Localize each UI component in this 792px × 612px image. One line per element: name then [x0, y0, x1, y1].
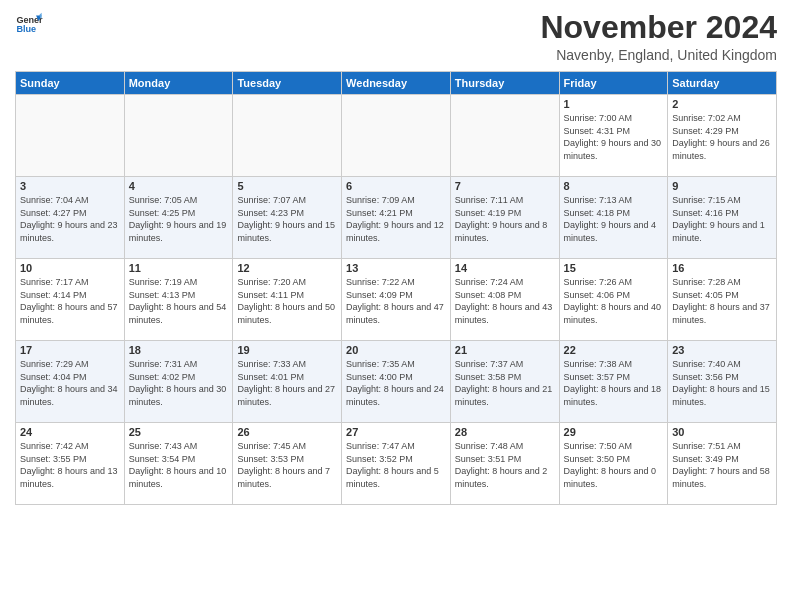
day-cell: 17Sunrise: 7:29 AM Sunset: 4:04 PM Dayli…: [16, 341, 125, 423]
day-cell: 26Sunrise: 7:45 AM Sunset: 3:53 PM Dayli…: [233, 423, 342, 505]
day-number: 11: [129, 262, 229, 274]
day-cell: 19Sunrise: 7:33 AM Sunset: 4:01 PM Dayli…: [233, 341, 342, 423]
day-cell: [450, 95, 559, 177]
day-cell: 2Sunrise: 7:02 AM Sunset: 4:29 PM Daylig…: [668, 95, 777, 177]
day-cell: [16, 95, 125, 177]
day-cell: 11Sunrise: 7:19 AM Sunset: 4:13 PM Dayli…: [124, 259, 233, 341]
day-number: 19: [237, 344, 337, 356]
day-number: 10: [20, 262, 120, 274]
day-number: 9: [672, 180, 772, 192]
col-thursday: Thursday: [450, 72, 559, 95]
day-info: Sunrise: 7:40 AM Sunset: 3:56 PM Dayligh…: [672, 358, 772, 408]
day-info: Sunrise: 7:45 AM Sunset: 3:53 PM Dayligh…: [237, 440, 337, 490]
day-number: 23: [672, 344, 772, 356]
day-number: 29: [564, 426, 664, 438]
calendar-table: Sunday Monday Tuesday Wednesday Thursday…: [15, 71, 777, 505]
day-info: Sunrise: 7:37 AM Sunset: 3:58 PM Dayligh…: [455, 358, 555, 408]
week-row-3: 10Sunrise: 7:17 AM Sunset: 4:14 PM Dayli…: [16, 259, 777, 341]
day-number: 17: [20, 344, 120, 356]
day-cell: [342, 95, 451, 177]
day-info: Sunrise: 7:38 AM Sunset: 3:57 PM Dayligh…: [564, 358, 664, 408]
day-info: Sunrise: 7:11 AM Sunset: 4:19 PM Dayligh…: [455, 194, 555, 244]
col-tuesday: Tuesday: [233, 72, 342, 95]
day-number: 3: [20, 180, 120, 192]
day-cell: 24Sunrise: 7:42 AM Sunset: 3:55 PM Dayli…: [16, 423, 125, 505]
day-number: 15: [564, 262, 664, 274]
day-number: 8: [564, 180, 664, 192]
week-row-5: 24Sunrise: 7:42 AM Sunset: 3:55 PM Dayli…: [16, 423, 777, 505]
calendar-body: 1Sunrise: 7:00 AM Sunset: 4:31 PM Daylig…: [16, 95, 777, 505]
day-info: Sunrise: 7:28 AM Sunset: 4:05 PM Dayligh…: [672, 276, 772, 326]
day-info: Sunrise: 7:20 AM Sunset: 4:11 PM Dayligh…: [237, 276, 337, 326]
day-info: Sunrise: 7:15 AM Sunset: 4:16 PM Dayligh…: [672, 194, 772, 244]
week-row-2: 3Sunrise: 7:04 AM Sunset: 4:27 PM Daylig…: [16, 177, 777, 259]
location: Navenby, England, United Kingdom: [540, 47, 777, 63]
day-cell: 28Sunrise: 7:48 AM Sunset: 3:51 PM Dayli…: [450, 423, 559, 505]
day-cell: 6Sunrise: 7:09 AM Sunset: 4:21 PM Daylig…: [342, 177, 451, 259]
month-title: November 2024: [540, 10, 777, 45]
day-cell: 25Sunrise: 7:43 AM Sunset: 3:54 PM Dayli…: [124, 423, 233, 505]
day-info: Sunrise: 7:07 AM Sunset: 4:23 PM Dayligh…: [237, 194, 337, 244]
day-cell: [124, 95, 233, 177]
day-cell: 30Sunrise: 7:51 AM Sunset: 3:49 PM Dayli…: [668, 423, 777, 505]
day-number: 21: [455, 344, 555, 356]
day-info: Sunrise: 7:43 AM Sunset: 3:54 PM Dayligh…: [129, 440, 229, 490]
day-number: 24: [20, 426, 120, 438]
day-number: 28: [455, 426, 555, 438]
day-info: Sunrise: 7:26 AM Sunset: 4:06 PM Dayligh…: [564, 276, 664, 326]
day-number: 1: [564, 98, 664, 110]
day-number: 18: [129, 344, 229, 356]
day-cell: 10Sunrise: 7:17 AM Sunset: 4:14 PM Dayli…: [16, 259, 125, 341]
day-number: 13: [346, 262, 446, 274]
day-number: 14: [455, 262, 555, 274]
day-cell: 8Sunrise: 7:13 AM Sunset: 4:18 PM Daylig…: [559, 177, 668, 259]
day-cell: 27Sunrise: 7:47 AM Sunset: 3:52 PM Dayli…: [342, 423, 451, 505]
day-info: Sunrise: 7:33 AM Sunset: 4:01 PM Dayligh…: [237, 358, 337, 408]
day-cell: 16Sunrise: 7:28 AM Sunset: 4:05 PM Dayli…: [668, 259, 777, 341]
day-info: Sunrise: 7:47 AM Sunset: 3:52 PM Dayligh…: [346, 440, 446, 490]
day-cell: 12Sunrise: 7:20 AM Sunset: 4:11 PM Dayli…: [233, 259, 342, 341]
day-info: Sunrise: 7:05 AM Sunset: 4:25 PM Dayligh…: [129, 194, 229, 244]
day-number: 20: [346, 344, 446, 356]
day-info: Sunrise: 7:04 AM Sunset: 4:27 PM Dayligh…: [20, 194, 120, 244]
day-cell: 13Sunrise: 7:22 AM Sunset: 4:09 PM Dayli…: [342, 259, 451, 341]
day-cell: 7Sunrise: 7:11 AM Sunset: 4:19 PM Daylig…: [450, 177, 559, 259]
day-info: Sunrise: 7:50 AM Sunset: 3:50 PM Dayligh…: [564, 440, 664, 490]
day-cell: 14Sunrise: 7:24 AM Sunset: 4:08 PM Dayli…: [450, 259, 559, 341]
week-row-1: 1Sunrise: 7:00 AM Sunset: 4:31 PM Daylig…: [16, 95, 777, 177]
day-info: Sunrise: 7:35 AM Sunset: 4:00 PM Dayligh…: [346, 358, 446, 408]
col-friday: Friday: [559, 72, 668, 95]
day-info: Sunrise: 7:29 AM Sunset: 4:04 PM Dayligh…: [20, 358, 120, 408]
day-cell: 18Sunrise: 7:31 AM Sunset: 4:02 PM Dayli…: [124, 341, 233, 423]
day-info: Sunrise: 7:24 AM Sunset: 4:08 PM Dayligh…: [455, 276, 555, 326]
day-cell: 21Sunrise: 7:37 AM Sunset: 3:58 PM Dayli…: [450, 341, 559, 423]
day-info: Sunrise: 7:00 AM Sunset: 4:31 PM Dayligh…: [564, 112, 664, 162]
day-cell: 3Sunrise: 7:04 AM Sunset: 4:27 PM Daylig…: [16, 177, 125, 259]
col-sunday: Sunday: [16, 72, 125, 95]
day-number: 30: [672, 426, 772, 438]
header-row: Sunday Monday Tuesday Wednesday Thursday…: [16, 72, 777, 95]
day-number: 2: [672, 98, 772, 110]
day-info: Sunrise: 7:48 AM Sunset: 3:51 PM Dayligh…: [455, 440, 555, 490]
day-cell: 9Sunrise: 7:15 AM Sunset: 4:16 PM Daylig…: [668, 177, 777, 259]
day-info: Sunrise: 7:22 AM Sunset: 4:09 PM Dayligh…: [346, 276, 446, 326]
day-number: 12: [237, 262, 337, 274]
day-cell: 22Sunrise: 7:38 AM Sunset: 3:57 PM Dayli…: [559, 341, 668, 423]
svg-text:Blue: Blue: [16, 24, 36, 34]
day-number: 16: [672, 262, 772, 274]
day-cell: 20Sunrise: 7:35 AM Sunset: 4:00 PM Dayli…: [342, 341, 451, 423]
day-info: Sunrise: 7:13 AM Sunset: 4:18 PM Dayligh…: [564, 194, 664, 244]
col-wednesday: Wednesday: [342, 72, 451, 95]
day-info: Sunrise: 7:19 AM Sunset: 4:13 PM Dayligh…: [129, 276, 229, 326]
day-info: Sunrise: 7:51 AM Sunset: 3:49 PM Dayligh…: [672, 440, 772, 490]
day-number: 5: [237, 180, 337, 192]
day-number: 22: [564, 344, 664, 356]
title-area: November 2024 Navenby, England, United K…: [540, 10, 777, 63]
day-cell: 15Sunrise: 7:26 AM Sunset: 4:06 PM Dayli…: [559, 259, 668, 341]
day-info: Sunrise: 7:02 AM Sunset: 4:29 PM Dayligh…: [672, 112, 772, 162]
day-cell: 1Sunrise: 7:00 AM Sunset: 4:31 PM Daylig…: [559, 95, 668, 177]
col-monday: Monday: [124, 72, 233, 95]
day-number: 27: [346, 426, 446, 438]
day-number: 26: [237, 426, 337, 438]
day-number: 6: [346, 180, 446, 192]
